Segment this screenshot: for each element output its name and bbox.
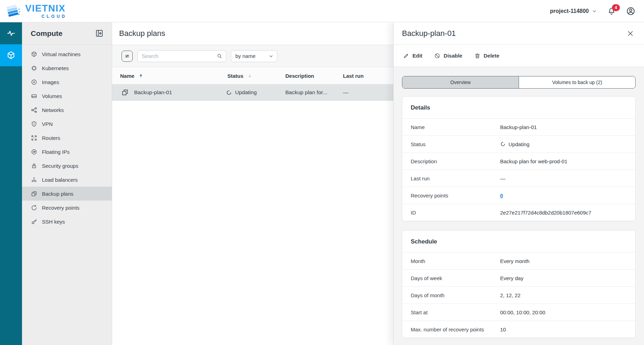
sidebar-item-virtual-machines[interactable]: Virtual machines bbox=[22, 47, 112, 61]
detail-value: Every month bbox=[500, 258, 529, 264]
restore-icon bbox=[31, 204, 37, 211]
sidebar-item-routers[interactable]: Routers bbox=[22, 131, 112, 145]
search-icon bbox=[217, 53, 222, 59]
sidebar-item-recovery-points[interactable]: Recovery points bbox=[22, 201, 112, 215]
ban-icon bbox=[434, 53, 440, 59]
column-header-last-run[interactable]: Last run bbox=[343, 67, 364, 84]
recovery-points-link[interactable]: 0 bbox=[500, 193, 503, 198]
edit-button[interactable]: Edit bbox=[403, 53, 422, 59]
column-label: Name bbox=[120, 73, 134, 79]
sidebar-item-floating-ips[interactable]: Floating IPs bbox=[22, 145, 112, 159]
detail-value: Updating bbox=[500, 141, 529, 147]
detail-row-last-run: Last run— bbox=[402, 170, 635, 187]
detail-label: ID bbox=[411, 210, 500, 216]
panel-tabs: OverviewVolumes to back up (2) bbox=[402, 76, 636, 89]
project-name: project-114800 bbox=[550, 8, 589, 14]
detail-value-text: Every day bbox=[500, 275, 524, 281]
tab-volumes-to-back-up-2[interactable]: Volumes to back up (2) bbox=[519, 76, 635, 88]
chevron-down-icon bbox=[592, 8, 597, 14]
card-title: Details bbox=[402, 97, 635, 118]
sort-select-value: by name bbox=[235, 53, 256, 59]
details-card: DetailsNameBackup-plan-01StatusUpdatingD… bbox=[402, 96, 636, 221]
cube-icon bbox=[6, 51, 16, 60]
close-panel-button[interactable] bbox=[627, 30, 634, 37]
detail-value-text: 2e27e217f72d4c8db2d20b1807e609c7 bbox=[500, 210, 591, 216]
detail-row-month: MonthEvery month bbox=[402, 252, 635, 269]
detail-row-max-number-of-recovery-points: Max. number of recovery points10 bbox=[402, 321, 635, 338]
copy-icon bbox=[31, 190, 37, 197]
sidebar-item-backup-plans[interactable]: Backup plans bbox=[22, 187, 112, 201]
row-name: Backup-plan-01 bbox=[134, 89, 172, 96]
detail-value: 2e27e217f72d4c8db2d20b1807e609c7 bbox=[500, 210, 591, 216]
sidebar-item-networks[interactable]: Networks bbox=[22, 103, 112, 117]
column-header-description[interactable]: Description bbox=[285, 67, 314, 84]
lock-icon bbox=[31, 163, 37, 169]
detail-value: Every day bbox=[500, 275, 524, 281]
sort-select[interactable]: by name bbox=[231, 50, 277, 62]
sidebar-item-label: Floating IPs bbox=[42, 149, 69, 155]
sidebar-item-ssh-keys[interactable]: SSH keys bbox=[22, 215, 112, 228]
detail-label: Days of month bbox=[411, 292, 500, 298]
sidebar-item-security-groups[interactable]: Security groups bbox=[22, 159, 112, 173]
vietnix-logo: VIETNIX CLOUD bbox=[5, 2, 66, 20]
sidebar-item-volumes[interactable]: Volumes bbox=[22, 89, 112, 103]
action-label: Edit bbox=[412, 53, 422, 59]
sidebar-item-label: VPN bbox=[42, 121, 53, 127]
brand-name: VIETNIX bbox=[25, 4, 66, 13]
sidebar-item-kubernetes[interactable]: Kubernetes bbox=[22, 61, 112, 75]
sort-desc-icon bbox=[247, 73, 253, 78]
hierarchy-icon bbox=[31, 177, 37, 183]
tab-label: Volumes to back up (2) bbox=[552, 80, 602, 85]
project-switcher[interactable]: project-114800 bbox=[550, 8, 597, 14]
page-title: Backup plans bbox=[119, 29, 165, 38]
shield-icon bbox=[31, 121, 37, 127]
sidebar-item-label: SSH keys bbox=[42, 219, 65, 225]
panel-cards: DetailsNameBackup-plan-01StatusUpdatingD… bbox=[402, 96, 636, 338]
sidebar-item-load-balancers[interactable]: Load balancers bbox=[22, 173, 112, 187]
detail-label: Name bbox=[411, 124, 500, 130]
detail-label: Status bbox=[411, 141, 500, 147]
account-button[interactable] bbox=[626, 6, 636, 16]
detail-label: Start at bbox=[411, 309, 500, 315]
filter-button[interactable] bbox=[122, 51, 133, 62]
close-icon bbox=[627, 30, 634, 37]
schedule-card: ScheduleMonthEvery monthDays of weekEver… bbox=[402, 230, 636, 338]
tab-overview[interactable]: Overview bbox=[402, 76, 519, 88]
detail-value: — bbox=[500, 175, 505, 181]
detail-value: 0 bbox=[500, 193, 503, 198]
sidebar-item-label: Backup plans bbox=[42, 191, 73, 197]
rail-item-compute[interactable] bbox=[0, 44, 22, 66]
detail-value-text: 2, 12, 22 bbox=[500, 292, 520, 298]
detail-row-days-of-week: Days of weekEvery day bbox=[402, 269, 635, 286]
notifications-button[interactable]: 4 bbox=[607, 7, 616, 16]
detail-value-text: — bbox=[500, 175, 505, 181]
arrows-out-icon bbox=[31, 135, 37, 141]
column-header-name[interactable]: Name bbox=[120, 67, 144, 84]
detail-row-start-at: Start at00:00, 10:00, 20:00 bbox=[402, 303, 635, 321]
rail-item-monitoring[interactable] bbox=[0, 22, 22, 44]
collapse-sidebar-button[interactable] bbox=[95, 29, 104, 38]
sidebar-item-label: Networks bbox=[42, 107, 64, 113]
sidebar: Compute Virtual machinesKubernetesImages… bbox=[22, 22, 112, 345]
sidebar-item-label: Routers bbox=[42, 135, 60, 141]
search-input[interactable] bbox=[141, 53, 217, 59]
disable-button[interactable]: Disable bbox=[434, 53, 462, 59]
panel-collapse-icon bbox=[95, 29, 104, 38]
panel-header: Backup-plan-01 bbox=[394, 22, 644, 45]
detail-label: Month bbox=[411, 258, 500, 264]
column-header-status[interactable]: Status bbox=[227, 67, 253, 84]
trash-icon bbox=[474, 53, 481, 59]
sidebar-item-vpn[interactable]: VPN bbox=[22, 117, 112, 131]
column-label: Last run bbox=[343, 73, 364, 79]
delete-button[interactable]: Delete bbox=[474, 53, 499, 59]
sidebar-item-label: Security groups bbox=[42, 163, 78, 169]
sidebar-item-images[interactable]: Images bbox=[22, 75, 112, 89]
detail-value-text: Every month bbox=[500, 258, 529, 264]
brand-subtitle: CLOUD bbox=[42, 14, 67, 18]
disc-icon bbox=[31, 79, 37, 85]
sort-asc-icon bbox=[138, 73, 144, 78]
cube-icon bbox=[31, 51, 37, 58]
detail-row-name: NameBackup-plan-01 bbox=[402, 118, 635, 135]
search-box bbox=[137, 50, 226, 62]
detail-value-text: Backup-plan-01 bbox=[500, 124, 537, 130]
